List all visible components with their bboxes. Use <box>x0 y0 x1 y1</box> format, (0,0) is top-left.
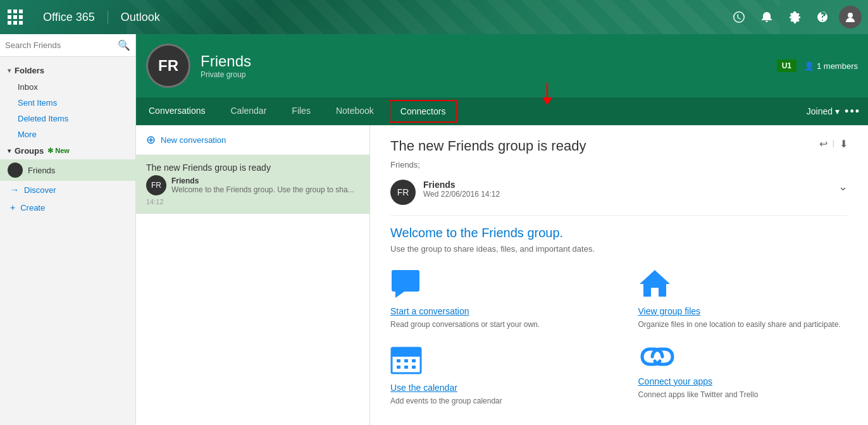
chevron-down-icon: ▾ <box>835 106 840 116</box>
group-name: Friends <box>201 52 777 70</box>
sidebar: 🔍 ▾ Folders Inbox Sent Items Deleted Ite… <box>0 34 136 425</box>
sender-avatar: FR <box>390 180 416 205</box>
welcome-heading: Welcome to the Friends group. <box>390 226 848 240</box>
svg-rect-10 <box>412 359 416 362</box>
bell-icon[interactable] <box>754 4 779 30</box>
groups-section-header[interactable]: ▾ Groups New <box>0 142 135 159</box>
main-content: The new Friends group is ready ↩ | ⬇ Fri… <box>370 125 868 425</box>
sidebar-item-more[interactable]: More <box>0 126 135 142</box>
svg-marker-4 <box>395 292 404 298</box>
members-count: 👤 1 members <box>804 61 858 71</box>
skype-icon[interactable] <box>726 4 752 30</box>
folders-chevron-icon: ▾ <box>8 67 11 74</box>
plus-circle-icon: ⊕ <box>146 133 156 147</box>
message-item[interactable]: The new Friends group is ready FR Friend… <box>136 155 369 214</box>
new-conversation-button[interactable]: ⊕ New conversation <box>136 125 369 155</box>
office365-title: Office 365 <box>30 11 108 24</box>
groups-chevron-icon: ▾ <box>8 147 11 154</box>
user-avatar[interactable] <box>838 4 863 30</box>
expand-icon[interactable]: ⬇ <box>840 138 848 150</box>
sidebar-item-deleted[interactable]: Deleted Items <box>0 111 135 126</box>
tab-connectors[interactable]: Connectors <box>389 100 457 123</box>
calendar-icon <box>390 345 600 376</box>
sender-date: Wed 22/06/2016 14:12 <box>423 190 500 199</box>
files-desc: Organize files in one location to easily… <box>638 319 848 330</box>
content-area: FR Friends Private group U1 👤 1 members … <box>136 34 868 425</box>
group-type: Private group <box>201 70 777 79</box>
tab-conversations[interactable]: Conversations <box>136 97 218 125</box>
message-expand-icon[interactable]: ⌄ <box>838 180 848 194</box>
tab-notebook[interactable]: Notebook <box>323 97 387 125</box>
help-icon[interactable] <box>810 4 835 30</box>
chat-icon <box>390 269 600 300</box>
sender-row: FR Friends Wed 22/06/2016 14:12 ⌄ <box>390 180 848 205</box>
more-options-button[interactable]: ••• <box>845 105 860 118</box>
sidebar-item-inbox[interactable]: Inbox <box>0 79 135 95</box>
gear-icon[interactable] <box>782 4 807 30</box>
sidebar-nav: ▾ Folders Inbox Sent Items Deleted Items… <box>0 57 135 425</box>
svg-rect-9 <box>404 359 408 362</box>
sidebar-item-create[interactable]: + Create <box>0 199 135 216</box>
apps-desc: Connect apps like Twitter and Trello <box>638 389 848 400</box>
message-list: ⊕ New conversation The new Friends group… <box>136 125 370 425</box>
tab-files[interactable]: Files <box>279 97 323 125</box>
action-conversation: Start a conversation Read group conversa… <box>390 269 600 330</box>
message-from: Friends <box>171 176 354 185</box>
svg-rect-3 <box>392 270 419 292</box>
groups-label: Groups <box>15 146 44 156</box>
email-to: Friends; <box>390 160 848 169</box>
folders-section-header[interactable]: ▾ Folders <box>0 62 135 79</box>
u1-badge: U1 <box>777 59 797 72</box>
conversation-link[interactable]: Start a conversation <box>390 306 600 316</box>
plus-icon: + <box>10 202 15 212</box>
search-input[interactable] <box>5 40 118 50</box>
arrow-right-icon: → <box>10 185 19 195</box>
sender-name: Friends <box>423 180 500 190</box>
message-title: The new Friends group is ready <box>146 163 359 173</box>
email-divider <box>390 215 848 216</box>
email-subject: The new Friends group is ready <box>390 138 819 154</box>
divider-icon: | <box>833 138 834 150</box>
group-avatar: FR <box>146 44 190 88</box>
sidebar-item-friends[interactable]: FR Friends <box>0 159 135 181</box>
new-badge: New <box>47 147 70 155</box>
svg-point-0 <box>848 13 853 18</box>
svg-marker-2 <box>542 97 552 105</box>
link-icon <box>638 345 848 370</box>
svg-rect-7 <box>392 348 421 357</box>
message-time: 14:12 <box>146 198 359 206</box>
apps-link[interactable]: Connect your apps <box>638 376 848 386</box>
tab-calendar[interactable]: Calendar <box>218 97 280 125</box>
files-link[interactable]: View group files <box>638 306 848 316</box>
conversation-desc: Read group conversations or start your o… <box>390 319 600 330</box>
reply-icon[interactable]: ↩ <box>819 138 828 150</box>
welcome-sub: Use the group to share ideas, files, and… <box>390 244 848 254</box>
waffle-menu-button[interactable] <box>0 0 30 34</box>
search-icon[interactable]: 🔍 <box>118 39 130 51</box>
calendar-desc: Add events to the group calendar <box>390 395 600 407</box>
app-bar: Office 365 Outlook <box>0 0 868 34</box>
action-calendar: Use the calendar Add events to the group… <box>390 345 600 407</box>
search-box: 🔍 <box>0 34 135 57</box>
joined-button[interactable]: Joined ▾ <box>807 106 840 116</box>
svg-rect-12 <box>404 366 408 369</box>
message-sender-avatar: FR <box>146 175 166 195</box>
split-content: ⊕ New conversation The new Friends group… <box>136 125 868 425</box>
person-icon: 👤 <box>804 61 814 71</box>
folders-label: Folders <box>15 66 44 75</box>
action-files: View group files Organize files in one l… <box>638 269 848 330</box>
friends-label: Friends <box>28 166 55 175</box>
svg-rect-11 <box>397 366 400 369</box>
sidebar-item-sent[interactable]: Sent Items <box>0 95 135 111</box>
friends-avatar: FR <box>8 163 23 178</box>
svg-marker-5 <box>640 270 670 297</box>
svg-rect-13 <box>412 366 416 369</box>
group-header: FR Friends Private group U1 👤 1 members <box>136 34 868 97</box>
house-icon <box>638 269 848 300</box>
sidebar-item-discover[interactable]: → Discover <box>0 181 135 199</box>
action-apps: Connect your apps Connect apps like Twit… <box>638 345 848 407</box>
message-preview: Welcome to the Friends group. Use the gr… <box>171 185 354 194</box>
group-nav: Conversations Calendar Files Notebook Co… <box>136 97 868 125</box>
action-grid: Start a conversation Read group conversa… <box>390 269 848 407</box>
calendar-link[interactable]: Use the calendar <box>390 383 600 393</box>
